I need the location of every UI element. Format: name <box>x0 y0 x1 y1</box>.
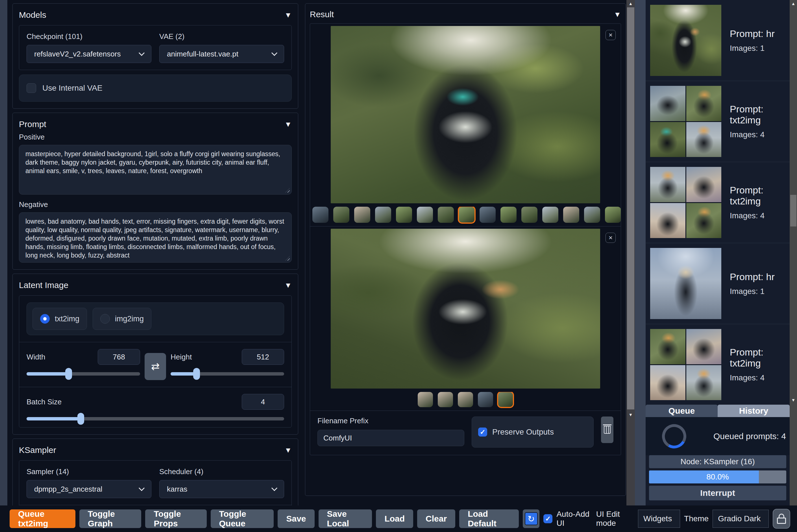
img2img-label: img2img <box>115 315 144 323</box>
collapse-triangle-icon[interactable]: ▼ <box>284 120 292 129</box>
gallery-thumbnail[interactable] <box>354 207 370 223</box>
save-button[interactable]: Save <box>278 509 314 528</box>
batch-size-slider[interactable] <box>26 417 284 420</box>
width-input[interactable]: 768 <box>98 349 140 365</box>
height-slider[interactable] <box>171 372 284 376</box>
close-icon[interactable]: × <box>606 30 616 40</box>
use-internal-vae-row[interactable]: Use Internal VAE <box>19 75 292 102</box>
radio-img2img[interactable]: img2img <box>93 308 151 330</box>
scroll-down-icon[interactable]: ▼ <box>790 398 797 402</box>
grid-cell <box>686 167 722 202</box>
scroll-up-icon[interactable]: ▲ <box>790 1 797 6</box>
scheduler-select[interactable]: karras <box>159 480 284 498</box>
history-item[interactable]: Prompt: hr Images: 1 <box>646 0 790 81</box>
auto-add-ui-checkbox[interactable]: ✓ <box>544 514 552 523</box>
history-prompt: Prompt: txt2img <box>730 103 785 126</box>
history-item[interactable]: Prompt: hr Images: 1 <box>646 243 790 324</box>
gallery-thumbnail[interactable] <box>458 392 473 407</box>
grid-cell <box>686 365 722 400</box>
history-thumbnail-grid[interactable] <box>650 86 721 157</box>
history-item[interactable]: Prompt: txt2img Images: 4 <box>646 324 790 405</box>
ksampler-accordion-header[interactable]: KSampler ▼ <box>19 444 292 456</box>
refresh-ui-button[interactable]: ↻ <box>523 509 540 528</box>
trash-button[interactable] <box>601 417 613 443</box>
queue-status-area: Queued prompts: 4 <box>646 417 790 455</box>
result-image-1[interactable] <box>331 26 600 203</box>
tab-history[interactable]: History <box>718 405 790 417</box>
scrollbar-thumb[interactable] <box>627 7 634 410</box>
interrupt-button[interactable]: Interrupt <box>649 486 786 500</box>
negative-prompt-textarea[interactable]: lowres, bad anatomy, bad hands, text, er… <box>19 212 292 263</box>
gallery-thumbnail[interactable] <box>500 207 516 223</box>
toggle-queue-button[interactable]: Toggle Queue <box>211 509 274 528</box>
result-gallery-2: × <box>310 229 621 411</box>
collapse-triangle-icon[interactable]: ▼ <box>614 10 621 19</box>
close-icon[interactable]: × <box>606 233 616 243</box>
swap-width-height-button[interactable]: ⇄ <box>145 353 166 380</box>
queue-txt2img-button[interactable]: Queue txt2img <box>10 509 75 528</box>
gallery-thumbnail[interactable] <box>563 207 579 223</box>
history-thumbnail-grid[interactable] <box>650 329 721 400</box>
toggle-props-button[interactable]: Toggle Props <box>145 509 206 528</box>
height-input[interactable]: 512 <box>242 349 284 365</box>
history-scrollbar[interactable]: ▲ ▼ <box>790 0 797 506</box>
scrollbar-thumb[interactable] <box>790 195 796 226</box>
use-internal-vae-checkbox[interactable] <box>26 83 36 93</box>
history-thumbnail[interactable] <box>650 5 721 76</box>
result-accordion-header[interactable]: Result ▼ <box>310 8 621 21</box>
history-thumbnail-grid[interactable] <box>650 167 721 238</box>
gallery-thumbnail[interactable] <box>312 207 328 223</box>
history-item[interactable]: Prompt: txt2img Images: 4 <box>646 162 790 243</box>
prompt-accordion-header[interactable]: Prompt ▼ <box>19 118 292 131</box>
gallery-thumbnail[interactable] <box>418 392 433 407</box>
vae-select[interactable]: animefull-latest.vae.pt <box>159 45 284 63</box>
vae-value: animefull-latest.vae.pt <box>167 50 239 58</box>
collapse-triangle-icon[interactable]: ▼ <box>284 446 292 455</box>
scroll-up-icon[interactable]: ▲ <box>626 1 635 6</box>
history-list: Prompt: hr Images: 1 Prompt: txt2img Ima… <box>646 0 790 405</box>
gallery-thumbnail[interactable] <box>479 207 496 223</box>
result-image-2[interactable] <box>331 229 600 388</box>
save-local-button[interactable]: Save Local <box>319 509 372 528</box>
width-slider[interactable] <box>26 372 140 376</box>
radio-txt2img[interactable]: txt2img <box>33 308 87 330</box>
gallery-thumbnail-selected[interactable] <box>498 392 513 407</box>
filename-prefix-input[interactable]: ComfyUI <box>318 430 464 446</box>
checkpoint-select[interactable]: refslaveV2_v2.safetensors <box>26 45 151 63</box>
tab-queue[interactable]: Queue <box>646 405 718 417</box>
gallery-thumbnail[interactable] <box>333 207 349 223</box>
gallery-thumbnail[interactable] <box>478 392 493 407</box>
middle-scrollbar[interactable]: ▲ ▼ <box>626 0 635 506</box>
scroll-down-icon[interactable]: ▼ <box>626 412 635 417</box>
widgets-select[interactable]: Widgets <box>638 510 680 528</box>
gallery-thumbnail[interactable] <box>396 207 412 223</box>
sampler-select[interactable]: dpmpp_2s_ancestral <box>26 480 151 498</box>
history-item[interactable]: Prompt: txt2img Images: 4 <box>646 81 790 162</box>
gallery-thumbnail-selected[interactable] <box>459 207 475 223</box>
toggle-graph-button[interactable]: Toggle Graph <box>79 509 141 528</box>
gallery-thumbnail[interactable] <box>438 392 453 407</box>
latent-accordion-header[interactable]: Latent Image ▼ <box>19 279 292 291</box>
load-default-button[interactable]: Load Default <box>459 509 519 528</box>
gallery-thumbnail[interactable] <box>417 207 433 223</box>
positive-prompt-textarea[interactable]: masterpiece, hyper detailed background, … <box>19 145 292 194</box>
gallery-thumbnail[interactable] <box>584 207 600 223</box>
models-accordion-header[interactable]: Models ▼ <box>19 9 292 21</box>
batch-size-input[interactable]: 4 <box>242 394 284 410</box>
load-button[interactable]: Load <box>376 509 413 528</box>
collapse-triangle-icon[interactable]: ▼ <box>284 11 292 19</box>
gallery-thumbnail[interactable] <box>521 207 537 223</box>
gallery-thumbnail[interactable] <box>375 207 391 223</box>
lock-button[interactable] <box>773 509 790 529</box>
clear-button[interactable]: Clear <box>417 509 455 528</box>
gallery-thumbnail[interactable] <box>542 207 558 223</box>
gallery-thumbnail[interactable] <box>605 207 621 223</box>
collapse-triangle-icon[interactable]: ▼ <box>284 281 292 290</box>
preserve-outputs-box[interactable]: ✓ Preserve Outputs <box>472 417 594 448</box>
theme-select[interactable]: Gradio Dark <box>713 510 769 528</box>
gallery-thumbnail[interactable] <box>438 207 454 223</box>
preserve-outputs-checkbox[interactable]: ✓ <box>478 428 487 437</box>
history-thumbnail[interactable] <box>650 248 721 319</box>
batch-size-label: Batch Size <box>26 398 61 406</box>
grid-cell <box>686 86 722 121</box>
